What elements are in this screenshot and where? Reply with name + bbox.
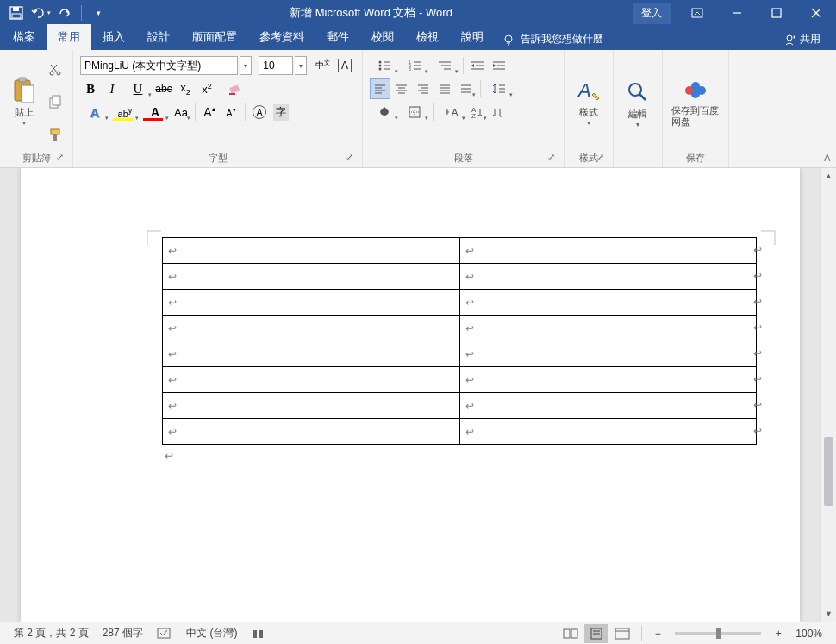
superscript-icon[interactable]: x2 xyxy=(197,78,217,99)
char-border-icon[interactable]: A xyxy=(334,55,355,76)
font-size-dropdown-icon[interactable]: ▾ xyxy=(295,56,307,75)
share-button[interactable]: 共用 xyxy=(777,28,827,50)
table-cell[interactable]: ↩ xyxy=(163,316,460,341)
line-spacing-icon[interactable] xyxy=(484,78,514,99)
table-row[interactable]: ↩↩ xyxy=(163,238,757,264)
tab-review[interactable]: 校閱 xyxy=(360,24,405,50)
scroll-down-icon[interactable]: ▼ xyxy=(821,606,836,622)
vertical-scrollbar[interactable]: ▲ ▼ xyxy=(820,168,836,622)
table-row[interactable]: ↩↩ xyxy=(163,367,757,393)
cut-icon[interactable] xyxy=(46,59,65,78)
scroll-track[interactable] xyxy=(821,184,836,606)
table-cell[interactable]: ↩ xyxy=(459,238,757,264)
tab-references[interactable]: 參考資料 xyxy=(248,24,315,50)
redo-icon[interactable] xyxy=(53,2,76,24)
align-right-icon[interactable] xyxy=(413,78,434,99)
align-center-icon[interactable] xyxy=(391,78,412,99)
spellcheck-icon[interactable] xyxy=(150,628,179,640)
decrease-indent-icon[interactable] xyxy=(467,55,488,76)
close-icon[interactable] xyxy=(796,0,836,26)
underline-icon[interactable]: U xyxy=(123,78,153,99)
copy-icon[interactable] xyxy=(46,92,65,111)
page-indicator[interactable]: 第 2 頁，共 2 頁 xyxy=(7,626,96,641)
tab-layout[interactable]: 版面配置 xyxy=(181,24,248,50)
maximize-icon[interactable] xyxy=(757,0,796,26)
table-row[interactable]: ↩↩ xyxy=(163,419,757,445)
tab-insert[interactable]: 插入 xyxy=(91,24,136,50)
tab-file[interactable]: 檔案 xyxy=(2,24,47,50)
bold-icon[interactable]: B xyxy=(80,78,101,99)
format-painter-icon[interactable] xyxy=(46,125,65,144)
font-launcher-icon[interactable]: ⤢ xyxy=(343,152,355,164)
login-button[interactable]: 登入 xyxy=(633,3,671,24)
document-table[interactable]: ↩↩↩↩↩↩↩↩↩↩↩↩↩↩↩↩ xyxy=(162,237,757,445)
save-icon[interactable] xyxy=(5,2,28,24)
table-cell[interactable]: ↩ xyxy=(459,367,757,393)
language-indicator[interactable]: 中文 (台灣) xyxy=(179,626,244,641)
table-cell[interactable]: ↩ xyxy=(163,238,460,264)
zoom-slider-thumb[interactable] xyxy=(716,628,721,639)
clipboard-launcher-icon[interactable]: ⤢ xyxy=(53,152,66,164)
font-name-dropdown-icon[interactable]: ▾ xyxy=(240,56,252,75)
tab-mailings[interactable]: 郵件 xyxy=(315,24,360,50)
table-cell[interactable]: ↩ xyxy=(459,419,757,445)
table-cell[interactable]: ↩ xyxy=(163,419,460,445)
text-effects-icon[interactable]: A xyxy=(80,102,109,122)
tell-me-search[interactable]: 告訴我您想做什麼 xyxy=(495,28,610,50)
minimize-icon[interactable] xyxy=(717,0,757,26)
paste-button[interactable]: 貼上 ▾ xyxy=(5,53,43,150)
word-count[interactable]: 287 個字 xyxy=(96,626,150,641)
justify-icon[interactable] xyxy=(434,78,455,99)
table-cell[interactable]: ↩ xyxy=(163,264,460,290)
tab-home[interactable]: 常用 xyxy=(47,24,91,50)
show-marks-icon[interactable] xyxy=(489,102,509,122)
read-mode-icon[interactable] xyxy=(558,624,583,643)
asian-layout-icon[interactable]: A xyxy=(437,102,466,122)
borders-icon[interactable] xyxy=(400,102,429,122)
collapse-ribbon-icon[interactable]: ᐱ xyxy=(824,153,831,164)
scroll-up-icon[interactable]: ▲ xyxy=(821,168,836,184)
table-cell[interactable]: ↩ xyxy=(163,341,460,367)
baidu-save-button[interactable]: 保存到百度网盘 xyxy=(668,53,723,150)
table-cell[interactable]: ↩ xyxy=(459,393,757,419)
qat-customize-icon[interactable]: ▾ xyxy=(87,2,109,24)
scroll-thumb[interactable] xyxy=(824,437,833,506)
subscript-icon[interactable]: x2 xyxy=(175,78,196,99)
clear-formatting-icon[interactable] xyxy=(225,78,246,99)
zoom-level[interactable]: 100% xyxy=(789,628,829,640)
table-row[interactable]: ↩↩ xyxy=(163,316,757,341)
align-left-icon[interactable] xyxy=(370,78,390,99)
numbering-icon[interactable]: 123 xyxy=(400,55,429,76)
strikethrough-icon[interactable]: abc xyxy=(153,78,174,99)
highlight-icon[interactable]: aby xyxy=(110,102,140,122)
distributed-icon[interactable] xyxy=(456,78,477,99)
char-shading-icon[interactable]: Aa xyxy=(171,102,191,122)
table-cell[interactable]: ↩ xyxy=(163,393,460,419)
tab-design[interactable]: 設計 xyxy=(136,24,181,50)
font-name-combo[interactable]: PMingLiU (本文中文字型) xyxy=(80,56,238,75)
italic-icon[interactable]: I xyxy=(102,78,122,99)
tab-help[interactable]: 說明 xyxy=(450,24,495,50)
table-row[interactable]: ↩↩ xyxy=(163,393,757,419)
shrink-font-icon[interactable]: A▾ xyxy=(221,102,241,122)
char-shading2-icon[interactable]: 字 xyxy=(271,102,291,122)
ribbon-options-icon[interactable] xyxy=(677,0,717,26)
font-color-icon[interactable]: A xyxy=(140,102,170,122)
styles-launcher-icon[interactable]: ⤢ xyxy=(594,152,606,164)
table-cell[interactable]: ↩ xyxy=(459,316,757,341)
print-layout-icon[interactable] xyxy=(584,624,608,643)
zoom-slider[interactable] xyxy=(675,632,761,635)
grow-font-icon[interactable]: A▴ xyxy=(199,102,220,122)
table-row[interactable]: ↩↩ xyxy=(163,264,757,290)
multilevel-icon[interactable] xyxy=(430,55,459,76)
shading-icon[interactable] xyxy=(370,102,399,122)
table-cell[interactable]: ↩ xyxy=(163,290,460,316)
paragraph-launcher-icon[interactable]: ⤢ xyxy=(545,152,557,164)
web-layout-icon[interactable] xyxy=(610,624,634,643)
undo-icon[interactable]: ▾ xyxy=(29,2,52,24)
table-cell[interactable]: ↩ xyxy=(163,367,460,393)
editing-button[interactable]: 編輯 ▾ xyxy=(619,53,657,153)
sort-icon[interactable]: AZ xyxy=(467,102,488,122)
styles-button[interactable]: A 樣式 ▾ xyxy=(570,53,608,150)
font-size-combo[interactable]: 10 xyxy=(259,56,293,75)
